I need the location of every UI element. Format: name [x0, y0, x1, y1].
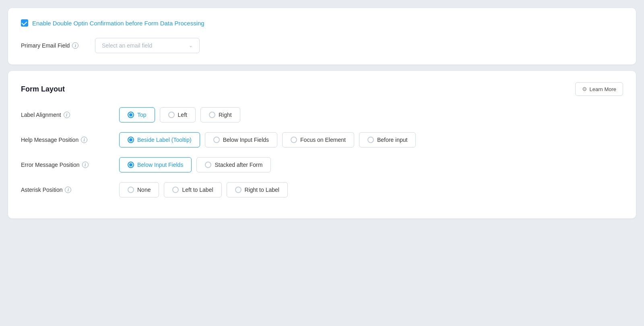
help-msg-below[interactable]: Below Input Fields [205, 132, 277, 147]
radio-before-label: Before input [377, 137, 408, 143]
radio-right-circle [209, 112, 215, 118]
radio-before-circle [367, 137, 374, 143]
error-message-position-row: Error Message Position i Below Input Fie… [21, 157, 623, 172]
radio-left-circle [168, 112, 175, 118]
label-alignment-top[interactable]: Top [119, 107, 155, 123]
radio-asterisk-right-label: Right to Label [245, 187, 279, 193]
radio-beside-label: Beside Label (Tooltip) [137, 137, 192, 143]
gear-icon: ⚙ [582, 86, 587, 92]
email-field-select[interactable]: Select an email field ⌄ [95, 38, 200, 53]
error-message-info-icon: i [82, 162, 89, 168]
radio-focus-label: Focus on Element [300, 137, 346, 143]
label-alignment-left[interactable]: Left [160, 107, 196, 123]
label-alignment-right[interactable]: Right [200, 107, 240, 123]
radio-error-below-label: Below Input Fields [137, 162, 183, 168]
primary-email-label: Primary Email Field i [21, 42, 85, 49]
radio-beside-circle [128, 137, 134, 143]
label-alignment-row: Label Alignment i Top Left Right [21, 107, 623, 123]
form-layout-title: Form Layout [21, 85, 65, 93]
help-message-info-icon: i [81, 137, 87, 143]
help-message-position-label: Help Message Position i [21, 137, 109, 143]
help-message-position-row: Help Message Position i Beside Label (To… [21, 132, 623, 147]
radio-left-label: Left [178, 112, 187, 118]
radio-error-stacked-label: Stacked after Form [215, 162, 262, 168]
radio-asterisk-left-label: Left to Label [182, 187, 213, 193]
help-msg-beside[interactable]: Beside Label (Tooltip) [119, 132, 200, 147]
asterisk-position-row: Asterisk Position i None Left to Label R… [21, 182, 623, 197]
error-message-position-label: Error Message Position i [21, 162, 109, 168]
form-layout-header: Form Layout ⚙ Learn More [21, 82, 623, 96]
radio-top-circle [128, 112, 134, 118]
primary-email-info-icon: i [72, 42, 78, 49]
asterisk-left[interactable]: Left to Label [164, 182, 221, 197]
double-optin-checkbox[interactable] [21, 19, 28, 27]
email-field-placeholder: Select an email field [102, 42, 152, 49]
radio-asterisk-left-circle [172, 187, 179, 193]
help-msg-focus[interactable]: Focus on Element [282, 132, 354, 147]
radio-top-label: Top [137, 112, 147, 118]
radio-asterisk-right-circle [235, 187, 242, 193]
asterisk-position-label: Asterisk Position i [21, 187, 109, 193]
learn-more-label: Learn More [590, 86, 616, 92]
label-alignment-options: Top Left Right [119, 107, 240, 123]
radio-focus-circle [291, 137, 297, 143]
learn-more-button[interactable]: ⚙ Learn More [575, 82, 623, 96]
asterisk-right[interactable]: Right to Label [227, 182, 288, 197]
asterisk-info-icon: i [65, 187, 71, 193]
radio-error-stacked-circle [205, 162, 211, 168]
double-optin-label: Enable Double Optin Confirmation before … [32, 20, 204, 27]
error-message-options: Below Input Fields Stacked after Form [119, 157, 271, 172]
radio-asterisk-none-label: None [137, 187, 151, 193]
help-msg-before[interactable]: Before input [359, 132, 416, 147]
label-alignment-info-icon: i [64, 112, 70, 118]
chevron-down-icon: ⌄ [189, 43, 193, 48]
asterisk-none[interactable]: None [119, 182, 159, 197]
double-optin-row: Enable Double Optin Confirmation before … [21, 19, 623, 27]
label-alignment-label: Label Alignment i [21, 112, 109, 118]
top-card: Enable Double Optin Confirmation before … [8, 8, 636, 64]
asterisk-options: None Left to Label Right to Label [119, 182, 288, 197]
radio-below-label: Below Input Fields [223, 137, 269, 143]
radio-right-label: Right [219, 112, 232, 118]
radio-below-circle [213, 137, 220, 143]
radio-asterisk-none-circle [128, 187, 134, 193]
help-message-options: Beside Label (Tooltip) Below Input Field… [119, 132, 416, 147]
error-msg-stacked[interactable]: Stacked after Form [196, 157, 271, 172]
radio-error-below-circle [128, 162, 134, 168]
primary-email-row: Primary Email Field i Select an email fi… [21, 38, 623, 53]
form-layout-card: Form Layout ⚙ Learn More Label Alignment… [8, 71, 636, 218]
error-msg-below[interactable]: Below Input Fields [119, 157, 192, 172]
